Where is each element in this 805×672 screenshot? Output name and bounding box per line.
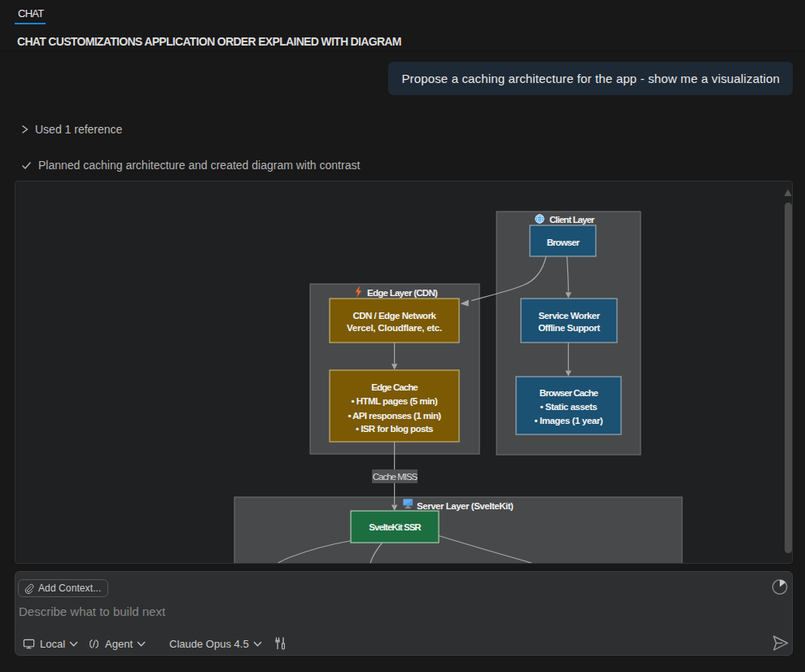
- svg-text:• HTML pages (5 min): • HTML pages (5 min): [352, 396, 439, 406]
- svg-text:Server Layer (SvelteKit): Server Layer (SvelteKit): [417, 501, 514, 511]
- svg-text:Client Layer: Client Layer: [549, 215, 595, 225]
- svg-text:Edge Layer (CDN): Edge Layer (CDN): [367, 288, 438, 298]
- svg-text:CDN / Edge Network: CDN / Edge Network: [352, 311, 436, 321]
- svg-text:Edge Cache: Edge Cache: [371, 382, 418, 392]
- svg-text:Browser: Browser: [547, 238, 580, 247]
- svg-text:• Static assets: • Static assets: [540, 402, 597, 412]
- svg-text:Service Worker: Service Worker: [539, 311, 601, 321]
- svg-text:• Images (1 year): • Images (1 year): [535, 416, 604, 425]
- svg-text:Vercel, Cloudflare, etc.: Vercel, Cloudflare, etc.: [347, 323, 442, 333]
- svg-text:Cache MISS: Cache MISS: [373, 472, 418, 482]
- svg-text:• API responses (1 min): • API responses (1 min): [348, 411, 441, 421]
- svg-text:• ISR for blog posts: • ISR for blog posts: [356, 424, 433, 434]
- svg-text:SvelteKit SSR: SvelteKit SSR: [369, 522, 422, 532]
- svg-text:Browser Cache: Browser Cache: [540, 388, 598, 398]
- svg-text:Offline Support: Offline Support: [538, 323, 600, 333]
